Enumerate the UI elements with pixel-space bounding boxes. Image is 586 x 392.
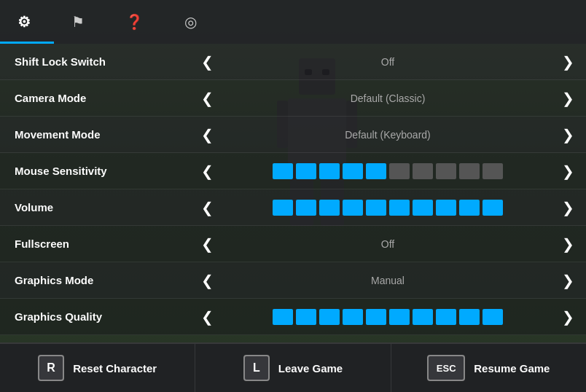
settings-icon: ⚙ [17, 13, 31, 31]
slider-block-3 [343, 309, 363, 325]
setting-value-graphics-mode: Manual [225, 275, 550, 286]
setting-row-graphics-quality: Graphics Quality❮❯ [0, 299, 586, 335]
slider-block-1 [296, 163, 316, 179]
setting-label-graphics-mode: Graphics Mode [7, 274, 197, 286]
arrow-right-volume[interactable]: ❯ [558, 199, 579, 216]
setting-control-graphics-mode: ❮Manual❯ [197, 272, 579, 289]
main-panel: ⚙ ⚑ ❓ ◎ Shift Lock Switch❮Off❯Camera Mod… [0, 0, 586, 392]
arrow-left-graphics-mode[interactable]: ❮ [197, 272, 218, 289]
arrow-left-camera-mode[interactable]: ❮ [197, 90, 218, 107]
slider-block-2 [319, 200, 340, 216]
slider-block-0 [273, 200, 293, 216]
slider-mouse-sensitivity[interactable] [225, 163, 550, 179]
slider-block-8 [459, 200, 480, 216]
slider-block-5 [389, 163, 410, 179]
slider-block-5 [389, 200, 410, 216]
setting-row-graphics-mode: Graphics Mode❮Manual❯ [0, 262, 586, 299]
setting-value-fullscreen: Off [225, 238, 550, 250]
setting-control-movement-mode: ❮Default (Keyboard)❯ [197, 126, 579, 144]
key-badge-resume: ESC [427, 355, 465, 381]
slider-block-6 [413, 163, 433, 179]
arrow-right-fullscreen[interactable]: ❯ [558, 235, 579, 253]
setting-control-mouse-sensitivity: ❮❯ [197, 162, 579, 180]
slider-block-7 [436, 309, 456, 325]
slider-block-2 [319, 163, 340, 179]
setting-label-volume: Volume [7, 201, 197, 213]
setting-control-volume: ❮❯ [197, 199, 579, 216]
setting-label-fullscreen: Fullscreen [7, 238, 197, 250]
slider-block-5 [389, 309, 410, 325]
slider-block-3 [343, 200, 363, 216]
arrow-right-shift-lock[interactable]: ❯ [558, 53, 579, 71]
slider-graphics-quality[interactable] [225, 309, 550, 325]
btn-label-reset: Reset Character [73, 362, 157, 375]
setting-label-camera-mode: Camera Mode [7, 92, 197, 104]
setting-row-volume: Volume❮❯ [0, 189, 586, 226]
arrow-left-fullscreen[interactable]: ❮ [197, 235, 218, 253]
help-icon: ❓ [125, 13, 144, 31]
setting-control-camera-mode: ❮Default (Classic)❯ [197, 90, 579, 107]
slider-block-4 [366, 163, 386, 179]
setting-row-mouse-sensitivity: Mouse Sensitivity❮❯ [0, 153, 586, 189]
key-badge-leave: L [243, 355, 270, 381]
setting-row-movement-mode: Movement Mode❮Default (Keyboard)❯ [0, 117, 586, 153]
slider-block-8 [459, 309, 480, 325]
setting-label-shift-lock: Shift Lock Switch [7, 55, 197, 68]
bottom-btn-resume[interactable]: ESCResume Game [391, 344, 586, 392]
slider-block-3 [343, 163, 363, 179]
setting-row-camera-mode: Camera Mode❮Default (Classic)❯ [0, 80, 586, 117]
slider-volume[interactable] [225, 200, 550, 216]
slider-block-6 [413, 200, 433, 216]
slider-block-9 [483, 309, 503, 325]
arrow-right-movement-mode[interactable]: ❯ [558, 126, 579, 144]
slider-block-1 [296, 309, 316, 325]
bottom-btn-leave[interactable]: LLeave Game [195, 344, 391, 392]
record-icon: ◎ [184, 13, 197, 31]
bottom-btn-reset[interactable]: RReset Character [0, 344, 195, 392]
setting-value-movement-mode: Default (Keyboard) [225, 129, 550, 141]
nav-report[interactable]: ⚑ [54, 0, 108, 44]
arrow-left-volume[interactable]: ❮ [197, 199, 218, 216]
btn-label-resume: Resume Game [474, 362, 550, 375]
setting-value-shift-lock: Off [225, 56, 550, 68]
setting-value-camera-mode: Default (Classic) [225, 93, 550, 104]
nav-help[interactable]: ❓ [108, 0, 167, 44]
setting-control-graphics-quality: ❮❯ [197, 308, 579, 326]
setting-label-mouse-sensitivity: Mouse Sensitivity [7, 165, 197, 177]
slider-block-2 [319, 309, 340, 325]
setting-control-fullscreen: ❮Off❯ [197, 235, 579, 253]
arrow-left-graphics-quality[interactable]: ❮ [197, 308, 218, 326]
arrow-right-mouse-sensitivity[interactable]: ❯ [558, 162, 579, 180]
slider-block-6 [413, 309, 433, 325]
arrow-left-mouse-sensitivity[interactable]: ❮ [197, 162, 218, 180]
setting-label-graphics-quality: Graphics Quality [7, 310, 197, 323]
arrow-left-movement-mode[interactable]: ❮ [197, 126, 218, 144]
settings-list: Shift Lock Switch❮Off❯Camera Mode❮Defaul… [0, 44, 586, 342]
setting-label-movement-mode: Movement Mode [7, 128, 197, 141]
btn-label-leave: Leave Game [278, 362, 343, 375]
slider-block-8 [459, 163, 480, 179]
setting-row-fullscreen: Fullscreen❮Off❯ [0, 226, 586, 262]
nav-record[interactable]: ◎ [167, 0, 220, 44]
slider-block-1 [296, 200, 316, 216]
arrow-left-shift-lock[interactable]: ❮ [197, 53, 218, 71]
slider-block-0 [273, 163, 293, 179]
setting-control-shift-lock: ❮Off❯ [197, 53, 579, 71]
slider-block-9 [483, 200, 503, 216]
setting-row-shift-lock: Shift Lock Switch❮Off❯ [0, 44, 586, 80]
top-nav: ⚙ ⚑ ❓ ◎ [0, 0, 586, 44]
arrow-right-graphics-quality[interactable]: ❯ [558, 308, 579, 326]
key-badge-reset: R [38, 355, 64, 381]
report-icon: ⚑ [71, 13, 85, 31]
bottom-bar: RReset CharacterLLeave GameESCResume Gam… [0, 342, 586, 392]
slider-block-7 [436, 163, 456, 179]
slider-block-0 [273, 309, 293, 325]
slider-block-4 [366, 200, 386, 216]
nav-settings[interactable]: ⚙ [0, 0, 54, 44]
arrow-right-camera-mode[interactable]: ❯ [558, 90, 579, 107]
slider-block-9 [483, 163, 503, 179]
arrow-right-graphics-mode[interactable]: ❯ [558, 272, 579, 289]
slider-block-4 [366, 309, 386, 325]
slider-block-7 [436, 200, 456, 216]
